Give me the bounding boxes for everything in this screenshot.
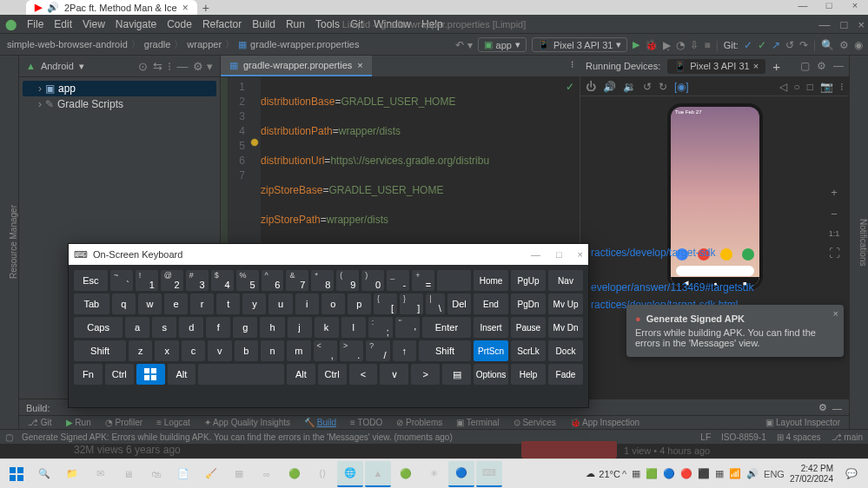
notifications-icon[interactable]: 💬 <box>838 461 865 487</box>
fit-icon[interactable]: ⛶ <box>829 247 840 260</box>
key-shift[interactable]: Shift <box>419 340 471 361</box>
git-history-icon[interactable]: ↺ <box>785 39 794 51</box>
tool-terminal[interactable]: ▣ Terminal <box>456 418 499 427</box>
breadcrumb-item[interactable]: gradle-wrapper.properties <box>250 39 359 49</box>
git-rollback-icon[interactable]: ↷ <box>799 39 808 51</box>
edge-icon[interactable]: 🌐 <box>337 461 363 487</box>
status-indent[interactable]: ⊞ 4 spaces <box>777 432 821 442</box>
key-enter[interactable]: Enter <box>422 317 471 338</box>
key-home[interactable]: Home <box>474 270 508 291</box>
osk-titlebar[interactable]: ⌨ On-Screen Keyboard — □ × <box>69 244 588 265</box>
key-mv-dn[interactable]: Mv Dn <box>548 317 583 338</box>
scope-icon[interactable]: ⊙ <box>138 60 148 73</box>
maximize-icon[interactable]: □ <box>556 249 562 260</box>
key--[interactable]: "' <box>395 317 420 338</box>
minimize-icon[interactable]: — <box>819 18 831 31</box>
volume-down-icon[interactable]: 🔉 <box>623 81 636 93</box>
key-x[interactable]: x <box>155 340 178 361</box>
status-encoding[interactable]: ISO-8859-1 <box>721 432 766 442</box>
minimize-icon[interactable]: — <box>531 249 540 260</box>
key-k[interactable]: k <box>315 317 339 338</box>
key-z[interactable]: z <box>129 340 152 361</box>
key-a[interactable]: a <box>125 317 149 338</box>
tool-logcat[interactable]: ≡ Logcat <box>156 418 190 427</box>
key--7[interactable]: &7 <box>286 270 308 291</box>
settings-icon[interactable]: ⚙ ▾ <box>193 60 213 73</box>
stop-button[interactable]: ■ <box>704 39 710 51</box>
home-icon[interactable]: ○ <box>794 81 800 93</box>
key-prtscn[interactable]: PrtScn <box>474 340 508 361</box>
torrent-icon[interactable]: 🟢 <box>282 461 308 487</box>
visual-studio-icon[interactable]: ∞ <box>254 461 280 487</box>
git-update-icon[interactable]: ✓ <box>744 39 752 51</box>
menu-file[interactable]: File <box>27 18 43 30</box>
tool-todo[interactable]: ≡ TODO <box>350 418 382 427</box>
debug-button[interactable]: 🐞 <box>645 39 658 51</box>
key--1[interactable]: !1 <box>136 270 158 291</box>
key--[interactable]: ?/ <box>366 340 389 361</box>
key-ctrl[interactable]: Ctrl <box>318 364 347 385</box>
key--[interactable]: ↑ <box>393 340 416 361</box>
key-o[interactable]: o <box>321 293 345 314</box>
project-tree[interactable]: ›▣app ›✎Gradle Scripts <box>19 77 220 115</box>
search-button[interactable]: 🔍 <box>31 461 57 487</box>
store-icon[interactable]: 🛍 <box>142 461 169 487</box>
key--[interactable]: ~` <box>110 270 133 291</box>
close-icon[interactable]: × <box>182 2 189 14</box>
back-icon[interactable]: ↶ ▾ <box>455 39 472 51</box>
key-e[interactable]: e <box>164 293 188 314</box>
key-dock[interactable]: Dock <box>548 340 583 361</box>
key--9[interactable]: (9 <box>336 270 359 291</box>
key-ctrl[interactable]: Ctrl <box>105 364 134 385</box>
tool-run[interactable]: ▶ Run <box>66 418 91 427</box>
key-fn[interactable]: Fn <box>74 364 103 385</box>
status-line-ending[interactable]: LF <box>700 432 711 442</box>
device-selector[interactable]: 📱Pixel 3 API 31 ▾ <box>532 37 628 52</box>
key-g[interactable]: g <box>233 317 257 338</box>
tool-app-inspection[interactable]: 🐞 App Inspection <box>570 418 639 427</box>
tool-resource-manager[interactable]: Resource Manager <box>9 205 18 279</box>
mail-icon[interactable]: ✉ <box>87 461 113 487</box>
word-icon[interactable]: 📄 <box>170 461 196 487</box>
key-pgup[interactable]: PgUp <box>511 270 546 291</box>
menu-refactor[interactable]: Refactor <box>202 18 242 30</box>
security-icon[interactable]: ✳ <box>421 461 447 487</box>
key--[interactable] <box>437 270 471 291</box>
key-pause[interactable]: Pause <box>511 317 546 338</box>
screenshot-icon[interactable]: [◉] <box>674 81 689 93</box>
file-explorer-icon[interactable]: 📁 <box>59 461 85 487</box>
key-l[interactable]: l <box>341 317 366 338</box>
key-y[interactable]: y <box>242 293 266 314</box>
key-t[interactable]: t <box>216 293 240 314</box>
key--[interactable]: {[ <box>374 293 397 314</box>
key-windows[interactable] <box>136 364 165 385</box>
wifi-icon[interactable]: 📶 <box>729 468 741 479</box>
key-n[interactable]: n <box>261 340 284 361</box>
key-d[interactable]: d <box>179 317 203 338</box>
key-space[interactable] <box>198 364 284 385</box>
overview-icon[interactable]: □ <box>807 81 813 93</box>
device-tab[interactable]: 📱 Pixel 3 API 31 × <box>667 59 765 74</box>
key-menu[interactable]: ▤ <box>442 364 471 385</box>
attach-debugger-button[interactable]: ⇩ <box>690 39 699 51</box>
dropdown-icon[interactable]: ▾ <box>79 61 84 72</box>
new-tab-button[interactable]: + <box>202 1 209 15</box>
settings-icon[interactable]: ⚙ <box>817 60 826 72</box>
menu-edit[interactable]: Edit <box>54 18 72 30</box>
key-insert[interactable]: Insert <box>474 317 508 338</box>
key-del[interactable]: Del <box>447 293 471 314</box>
key-q[interactable]: q <box>112 293 136 314</box>
close-icon[interactable]: × <box>357 60 362 70</box>
key--3[interactable]: #3 <box>186 270 209 291</box>
tree-item-gradle-scripts[interactable]: ›✎Gradle Scripts <box>23 96 216 112</box>
key--[interactable]: <, <box>314 340 337 361</box>
key-mv-up[interactable]: Mv Up <box>548 293 583 314</box>
android-studio-icon[interactable]: ▲ <box>365 461 391 487</box>
run-config-selector[interactable]: ▣app ▾ <box>478 37 527 52</box>
editor-tab-gradle-wrapper[interactable]: ▦ gradle-wrapper.properties × <box>221 56 372 76</box>
more-icon[interactable]: ⁝ <box>840 81 844 93</box>
key--[interactable]: _- <box>387 270 409 291</box>
options-icon[interactable]: ⁝ <box>168 60 171 73</box>
settings-icon[interactable]: ⚙ <box>839 39 849 51</box>
key-v[interactable]: v <box>208 340 231 361</box>
